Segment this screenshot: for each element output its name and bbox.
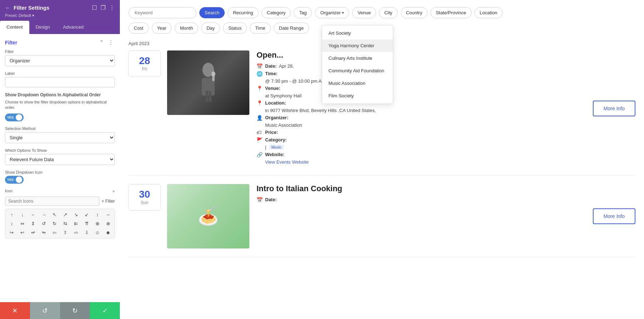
- icon-cell[interactable]: ⊗: [103, 219, 113, 228]
- label-field-label: Label: [5, 71, 115, 76]
- svg-rect-3: [209, 91, 211, 102]
- alphabetical-label: Show Dropdown Options In Alphabetical Or…: [5, 92, 115, 97]
- chip-search[interactable]: Search: [199, 7, 225, 18]
- icon-cell[interactable]: ⇩: [82, 228, 92, 237]
- event-details-2: Intro to Italian Cooking 📅 Date:: [257, 184, 593, 204]
- category-tag-music[interactable]: Music: [269, 145, 284, 150]
- chip-state[interactable]: State/Province: [430, 7, 472, 18]
- icon-cell[interactable]: ↩: [18, 228, 28, 237]
- more-info-button-1[interactable]: More Info: [593, 101, 635, 116]
- chip-year[interactable]: Year: [152, 23, 172, 34]
- icon-cell[interactable]: ↻: [50, 219, 60, 228]
- dropdown-item-art-society[interactable]: Art Society: [322, 27, 393, 39]
- expand-icon[interactable]: ☐: [92, 4, 97, 11]
- chip-recurring[interactable]: Recurring: [228, 7, 258, 18]
- icon-cell[interactable]: ☺: [92, 228, 102, 237]
- icon-cell[interactable]: ↑: [7, 211, 17, 219]
- icon-cell[interactable]: ↖: [50, 211, 60, 219]
- icon-expand-btn[interactable]: ⌖: [112, 189, 115, 194]
- event-details-1: Open... 📅 Date: Apr 28, 🌐 Time: @ 7:30 p…: [257, 50, 593, 166]
- icon-cell[interactable]: ↺: [39, 219, 49, 228]
- icon-cell[interactable]: ⇧: [60, 228, 70, 237]
- dropdown-item-film[interactable]: Film Society: [322, 90, 393, 102]
- alphabetical-toggle[interactable]: YES: [5, 113, 24, 121]
- chip-status[interactable]: Status: [223, 23, 247, 34]
- chip-country[interactable]: Country: [401, 7, 428, 18]
- chip-cost[interactable]: Cost: [128, 23, 149, 34]
- tab-advanced[interactable]: Advanced: [57, 21, 90, 34]
- icon-cell[interactable]: ↘: [71, 211, 81, 219]
- icon-filter-btn[interactable]: + Filter: [102, 199, 115, 204]
- icon-cell[interactable]: ⇕: [28, 219, 38, 228]
- panel-header: ← Filter Settings ☐ ❐ ⋮ Preset: Default …: [0, 0, 120, 21]
- icon-cell[interactable]: ⇔: [18, 219, 28, 228]
- dropdown-icon-toggle[interactable]: YES: [5, 176, 24, 184]
- keyword-input[interactable]: [128, 7, 196, 18]
- dropdown-icon-toggle-row: YES: [5, 176, 115, 184]
- icon-cell[interactable]: ↕: [7, 219, 17, 228]
- event-date-num-2: 30: [132, 189, 157, 199]
- event-time-value: @ 7:30 pm - @ 10:00 pm America/New_York: [257, 78, 593, 84]
- chip-location[interactable]: Location: [474, 7, 503, 18]
- icon-cell[interactable]: ☻: [103, 228, 113, 237]
- icon-cell[interactable]: ↓: [18, 211, 28, 219]
- close-button[interactable]: ✕: [0, 302, 30, 319]
- section-collapse-btn[interactable]: ⌃: [98, 39, 105, 46]
- icon-cell[interactable]: ⊕: [92, 219, 102, 228]
- save-button[interactable]: ✓: [90, 302, 120, 319]
- icon-cell[interactable]: ↫: [28, 228, 38, 237]
- icon-cell[interactable]: ↪: [7, 228, 17, 237]
- icon-cell[interactable]: ↬: [39, 228, 49, 237]
- icon-cell[interactable]: ⇦: [50, 228, 60, 237]
- tab-content[interactable]: Content: [0, 21, 29, 34]
- chip-city[interactable]: City: [379, 7, 397, 18]
- icon-cell[interactable]: ↕: [92, 211, 102, 219]
- more-icon[interactable]: ⋮: [109, 4, 115, 11]
- reset-button[interactable]: ↺: [30, 302, 60, 319]
- chip-category[interactable]: Category: [262, 7, 291, 18]
- dropdown-item-culinary[interactable]: Culinary Arts Institute: [322, 52, 393, 64]
- dropdown-item-yoga[interactable]: Yoga Harmony Center: [322, 39, 393, 52]
- chip-date-range[interactable]: Date Range: [274, 23, 309, 34]
- website-link[interactable]: View Events Website: [265, 159, 309, 165]
- icon-cell[interactable]: ←: [28, 211, 38, 219]
- more-info-button-2[interactable]: More Info: [593, 208, 635, 224]
- event-date-box-2: 30 Sun: [128, 184, 161, 211]
- icon-cell[interactable]: ↔: [103, 211, 113, 219]
- icon-cell[interactable]: ↗: [60, 211, 70, 219]
- icon-cell[interactable]: →: [39, 211, 49, 219]
- layout-icon[interactable]: ❐: [101, 4, 106, 11]
- filter-select[interactable]: Organizer: [5, 55, 115, 66]
- icon-cell[interactable]: ⇈: [82, 219, 92, 228]
- event-organizer-value: Music Association: [257, 122, 593, 128]
- event-venue-value: at Symphony Hall: [257, 93, 593, 98]
- chip-month[interactable]: Month: [175, 23, 198, 34]
- selection-method-select[interactable]: Single: [5, 132, 115, 143]
- organizer-dropdown: Art Society Yoga Harmony Center Culinary…: [322, 25, 393, 104]
- chip-venue[interactable]: Venue: [352, 7, 376, 18]
- icon-cell[interactable]: ⇨: [71, 228, 81, 237]
- icon-cell[interactable]: ⇆: [60, 219, 70, 228]
- section-options-btn[interactable]: ⋮: [107, 39, 115, 46]
- chip-organizer[interactable]: Organizer ▾: [315, 7, 349, 18]
- tab-design[interactable]: Design: [29, 21, 57, 34]
- label-input[interactable]: [5, 77, 115, 87]
- show-dropdown-icon-group: Show Dropdown Icon YES: [5, 170, 115, 184]
- dropdown-item-music[interactable]: Music Association: [322, 77, 393, 90]
- icon-cell[interactable]: ⇇: [71, 219, 81, 228]
- chip-tag[interactable]: Tag: [294, 7, 312, 18]
- which-options-select[interactable]: Relevent Future Data: [5, 154, 115, 165]
- chip-day[interactable]: Day: [201, 23, 220, 34]
- dropdown-item-community-aid[interactable]: Community Aid Foundation: [322, 64, 393, 77]
- event-website-meta: 🔗 Website:: [257, 152, 593, 158]
- chip-time[interactable]: Time: [250, 23, 270, 34]
- category-pipe: |: [265, 145, 266, 150]
- redo-button[interactable]: ↻: [60, 302, 90, 319]
- date-value: Apr 28,: [279, 63, 294, 69]
- website-icon: 🔗: [257, 152, 263, 158]
- preset-dropdown[interactable]: Preset: Default ▾: [5, 13, 115, 18]
- event-date-day-2: Sun: [132, 200, 157, 205]
- back-icon[interactable]: ←: [5, 5, 11, 11]
- icon-search-input[interactable]: [5, 197, 99, 206]
- icon-cell[interactable]: ↙: [82, 211, 92, 219]
